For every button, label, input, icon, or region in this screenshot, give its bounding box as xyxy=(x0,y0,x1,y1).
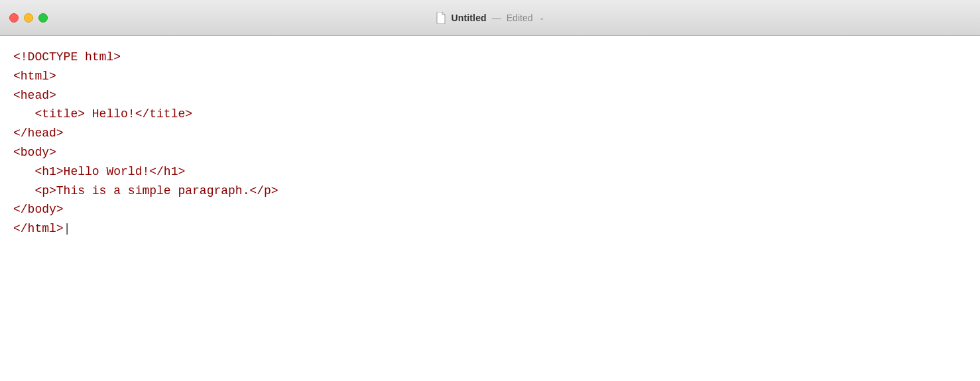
title-status: Edited xyxy=(507,13,533,23)
code-line: </head> xyxy=(13,127,64,140)
traffic-lights xyxy=(9,13,48,23)
code-line: </body> xyxy=(13,203,64,216)
minimize-button[interactable] xyxy=(24,13,33,23)
code-line: <p>This is a simple paragraph.</p> xyxy=(13,184,278,197)
document-title: Untitled xyxy=(452,13,487,23)
code-line: <html> xyxy=(13,70,56,83)
title-separator: — xyxy=(492,13,501,23)
code-editor[interactable]: <!DOCTYPE html> <html> <head> <title> He… xyxy=(13,48,967,239)
code-line: <head> xyxy=(13,89,56,102)
document-icon xyxy=(436,12,446,24)
code-line: <!DOCTYPE html> xyxy=(13,50,121,64)
editor-area[interactable]: <!DOCTYPE html> <html> <head> <title> He… xyxy=(0,36,980,381)
close-button[interactable] xyxy=(9,13,19,23)
code-line: </html> xyxy=(13,222,70,235)
code-line: <title> Hello!</title> xyxy=(13,107,192,121)
code-line: <body> xyxy=(13,146,56,159)
maximize-button[interactable] xyxy=(38,13,48,23)
code-line: <h1>Hello World!</h1> xyxy=(13,165,185,178)
title-bar: Untitled — Edited ⌄ xyxy=(0,0,980,36)
chevron-down-icon[interactable]: ⌄ xyxy=(539,14,544,21)
title-bar-content: Untitled — Edited ⌄ xyxy=(436,12,545,24)
